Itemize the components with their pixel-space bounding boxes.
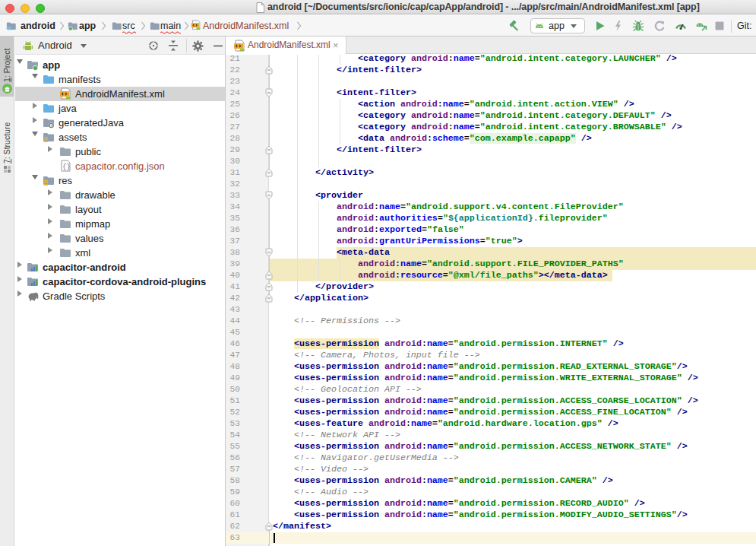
svg-text:{}: {} (62, 163, 71, 171)
